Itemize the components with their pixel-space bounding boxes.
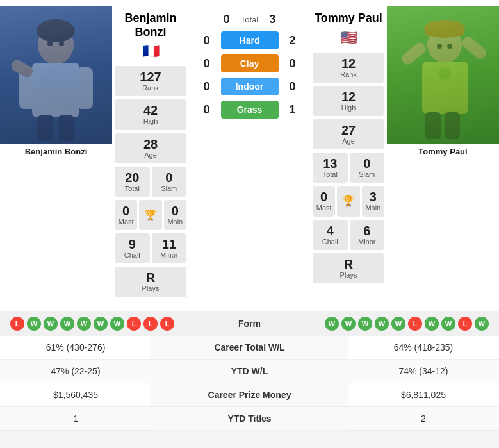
- left-total-slam-row: 20 Total 0 Slam: [115, 167, 186, 197]
- left-prize: $1,560,435: [0, 383, 151, 406]
- indoor-surface-btn[interactable]: Indoor: [221, 78, 279, 95]
- svg-rect-20: [425, 24, 464, 36]
- hard-left-score: 0: [198, 34, 216, 47]
- clay-right-score: 0: [284, 57, 302, 71]
- total-left-score: 0: [218, 13, 236, 26]
- left-player-stats: Benjamin Bonzi 🇫🇷 127 Rank 42 High 28 Ag…: [112, 6, 189, 304]
- form-label: Form: [218, 319, 282, 329]
- left-slam-label: Slam: [154, 185, 184, 193]
- right-chall-box: 4 Chall: [313, 220, 348, 250]
- total-label: Total: [241, 15, 258, 24]
- right-plays-value: R: [315, 257, 382, 271]
- right-rank-box: 12 Rank: [313, 53, 384, 83]
- left-total-label: Total: [117, 185, 147, 193]
- right-age-box: 27 Age: [313, 119, 384, 149]
- total-row: 0 Total 3: [192, 12, 307, 28]
- right-player-panel: Tommy Paul: [387, 6, 499, 304]
- form-badge-w: W: [475, 317, 489, 331]
- hard-row: 0 Hard 2: [192, 30, 307, 51]
- right-age-label: Age: [315, 137, 382, 145]
- right-player-silhouette: [387, 6, 499, 144]
- form-badge-w: W: [425, 317, 439, 331]
- svg-rect-17: [425, 112, 441, 139]
- right-slam-value: 0: [352, 156, 382, 170]
- right-minor-box: 6 Minor: [350, 220, 385, 250]
- svg-point-23: [438, 67, 451, 80]
- indoor-row: 0 Indoor 0: [192, 76, 307, 97]
- grass-surface-btn[interactable]: Grass: [221, 101, 279, 119]
- ytd-titles-row: 1 YTD Titles 2: [0, 406, 499, 430]
- left-high-value: 42: [117, 103, 184, 117]
- form-section: LWWWWWWLLL Form WWWWWLWWLW: [0, 311, 499, 336]
- right-age-value: 27: [315, 123, 382, 137]
- right-ytd-wl: 74% (34-12): [348, 359, 499, 383]
- right-mast-box: 0 Mast: [313, 186, 335, 216]
- right-chall-label: Chall: [315, 238, 345, 246]
- prize-row: $1,560,435 Career Prize Money $6,811,025: [0, 383, 499, 406]
- svg-point-22: [447, 44, 452, 49]
- right-rank-value: 12: [315, 56, 382, 71]
- form-badge-w: W: [358, 317, 372, 331]
- svg-rect-5: [37, 115, 54, 141]
- ytd-wl-label: YTD W/L: [151, 359, 348, 383]
- right-player-name-label: Tommy Paul: [417, 144, 468, 159]
- right-player-flag: 🇺🇸: [340, 29, 357, 46]
- right-chall-value: 4: [315, 224, 345, 238]
- grass-right-score: 1: [284, 103, 302, 117]
- career-wl-row: 61% (430-276) Career Total W/L 64% (418-…: [0, 336, 499, 360]
- ytd-titles-label: YTD Titles: [151, 406, 348, 430]
- left-player-photo: [0, 6, 112, 144]
- clay-surface-btn[interactable]: Clay: [221, 54, 279, 72]
- right-career-wl: 64% (418-235): [348, 336, 499, 360]
- form-badge-l: L: [143, 317, 158, 331]
- form-badge-l: L: [408, 317, 422, 331]
- left-player-silhouette: [0, 6, 112, 144]
- right-mast-value: 0: [315, 190, 332, 204]
- left-rank-value: 127: [117, 70, 184, 84]
- left-chall-box: 9 Chall: [115, 233, 150, 263]
- left-high-label: High: [117, 117, 184, 126]
- right-minor-value: 6: [352, 224, 382, 238]
- grass-left-score: 0: [198, 103, 216, 117]
- left-minor-value: 11: [154, 237, 184, 251]
- form-badge-w: W: [60, 317, 74, 331]
- right-high-box: 12 High: [313, 86, 384, 116]
- left-player-panel: Benjamin Bonzi: [0, 6, 112, 304]
- right-player-name: Tommy Paul: [315, 12, 382, 26]
- right-plays-label: Plays: [315, 271, 382, 279]
- svg-rect-18: [445, 112, 460, 139]
- right-player-stats: Tommy Paul 🇺🇸 12 Rank 12 High 27 Age 13 …: [310, 6, 387, 304]
- hard-surface-btn[interactable]: Hard: [221, 31, 279, 49]
- prize-label: Career Prize Money: [151, 383, 348, 406]
- clay-row: 0 Clay 0: [192, 53, 307, 74]
- main-container: Benjamin Bonzi Benjamin Bonzi 🇫🇷 127 Ran…: [0, 0, 499, 431]
- left-plays-value: R: [117, 270, 184, 285]
- svg-rect-6: [58, 115, 74, 141]
- left-ytd-titles: 1: [0, 406, 151, 430]
- career-wl-label: Career Total W/L: [151, 336, 348, 360]
- right-rank-label: Rank: [315, 71, 382, 79]
- form-badge-w: W: [27, 317, 41, 331]
- left-main-value: 0: [167, 204, 184, 218]
- svg-point-10: [59, 41, 64, 46]
- svg-rect-7: [35, 63, 77, 88]
- form-badge-w: W: [341, 317, 356, 331]
- svg-point-9: [47, 41, 53, 46]
- form-badge-w: W: [94, 317, 108, 331]
- left-form-badges: LWWWWWWLLL: [10, 317, 218, 331]
- right-mast-label: Mast: [315, 204, 332, 212]
- left-mast-label: Mast: [117, 218, 135, 226]
- svg-point-21: [437, 44, 442, 49]
- right-main-box: 3 Main: [362, 186, 384, 216]
- left-age-value: 28: [117, 137, 184, 151]
- right-total-label: Total: [315, 170, 345, 179]
- left-plays-label: Plays: [117, 285, 184, 293]
- right-prize: $6,811,025: [348, 383, 499, 406]
- left-mast-value: 0: [117, 204, 135, 218]
- form-badge-l: L: [458, 317, 472, 331]
- left-rank-label: Rank: [117, 84, 184, 92]
- left-age-box: 28 Age: [115, 133, 186, 163]
- left-player-name-label: Benjamin Bonzi: [24, 144, 89, 159]
- left-slam-box: 0 Slam: [152, 167, 187, 197]
- left-total-box: 20 Total: [115, 167, 150, 197]
